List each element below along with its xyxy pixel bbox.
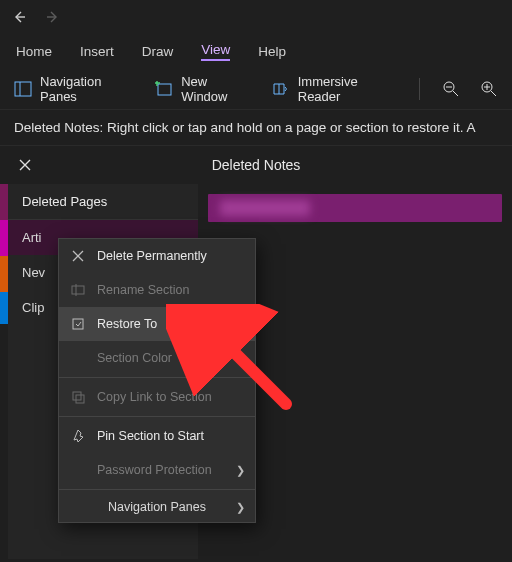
page-row[interactable] [208,194,502,222]
section-color-marker [0,184,8,220]
ctx-rename-section: Rename Section [59,273,255,307]
ctx-label: Section Color [97,351,172,365]
menu-insert[interactable]: Insert [80,44,114,59]
context-menu: Delete Permanently Rename Section Restor… [58,238,256,523]
new-window-button[interactable]: New Window [155,74,252,104]
separator [59,377,255,378]
new-window-icon [155,80,173,98]
section-color-marker [0,292,8,324]
menu-draw[interactable]: Draw [142,44,174,59]
ctx-label: Delete Permanently [97,249,207,263]
color-strip [0,184,8,559]
ctx-navigation-panes[interactable]: Navigation Panes ❯ [59,492,255,522]
new-window-label: New Window [181,74,252,104]
rename-icon [69,281,87,299]
ctx-copy-link: Copy Link to Section [59,380,255,414]
separator [419,78,420,100]
ctx-pin-section[interactable]: Pin Section to Start [59,419,255,453]
svg-rect-12 [73,319,83,329]
blank-icon [69,349,87,367]
forward-arrow-icon [46,10,60,24]
blank-icon [69,461,87,479]
menu-bar: Home Insert Draw View Help [0,34,512,68]
ctx-delete-permanently[interactable]: Delete Permanently [59,239,255,273]
svg-rect-13 [73,392,81,400]
svg-rect-10 [72,286,84,294]
ctx-label: Password Protection [97,463,212,477]
pin-icon [69,427,87,445]
restore-icon [69,315,87,333]
menu-help[interactable]: Help [258,44,286,59]
nav-panes-button[interactable]: Navigation Panes [14,74,135,104]
panes-icon [14,80,32,98]
close-button[interactable] [0,158,50,172]
ctx-restore-to[interactable]: Restore To [59,307,255,341]
nav-panes-label: Navigation Panes [40,74,135,104]
svg-line-4 [453,91,458,96]
info-bar: Deleted Notes: Right click or tap and ho… [0,110,512,145]
immersive-reader-button[interactable]: Immersive Reader [272,74,397,104]
ctx-label: Navigation Panes [108,500,206,514]
header-row: Deleted Notes [0,146,512,184]
zoom-out-icon [442,80,460,98]
deleted-pages-header[interactable]: Deleted Pages [8,184,198,220]
menu-home[interactable]: Home [16,44,52,59]
zoom-in-icon [480,80,498,98]
ctx-label: Copy Link to Section [97,390,212,404]
ctx-label: Pin Section to Start [97,429,204,443]
close-icon [69,247,87,265]
section-color-marker [0,220,8,256]
ribbon: Navigation Panes New Window Immersive Re… [0,68,512,110]
ctx-password-protection: Password Protection ❯ [59,453,255,487]
immersive-icon [272,80,290,98]
page-title-redacted [220,200,310,216]
immersive-label: Immersive Reader [298,74,397,104]
separator [59,489,255,490]
zoom-in-button[interactable] [480,80,498,98]
svg-line-7 [491,91,496,96]
section-color-marker [0,256,8,292]
menu-view[interactable]: View [201,42,230,61]
page-title: Deleted Notes [50,157,512,173]
chevron-right-icon: ❯ [236,501,245,514]
ctx-label: Rename Section [97,283,189,297]
svg-rect-2 [158,84,171,95]
svg-rect-0 [15,82,31,96]
ctx-section-color: Section Color [59,341,255,375]
separator [59,416,255,417]
back-arrow-icon[interactable] [12,10,26,24]
copy-icon [69,388,87,406]
ctx-label: Restore To [97,317,157,331]
svg-rect-14 [76,395,84,403]
chevron-right-icon: ❯ [236,464,245,477]
zoom-out-button[interactable] [442,80,460,98]
